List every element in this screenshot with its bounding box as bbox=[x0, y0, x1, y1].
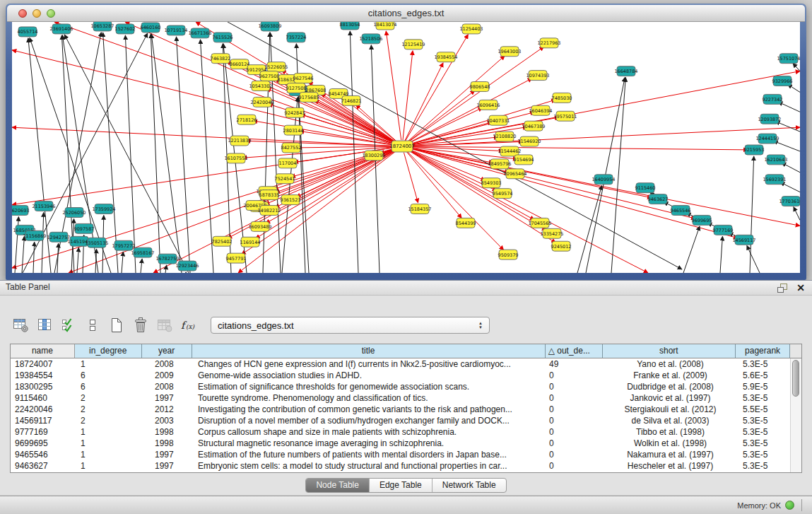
graph-node[interactable]: 17045565 bbox=[528, 218, 551, 228]
graph-node[interactable]: 9549574 bbox=[493, 189, 513, 199]
table-row[interactable]: 1456911722003Disruption of a novel membe… bbox=[11, 415, 801, 426]
graph-node[interactable]: 6460160 bbox=[141, 23, 161, 33]
graph-node[interactable]: 19384554 bbox=[434, 52, 457, 62]
vertical-scrollbar[interactable] bbox=[790, 358, 801, 472]
graph-node[interactable]: 9227342 bbox=[763, 94, 783, 104]
graph-node[interactable]: 12217963 bbox=[537, 38, 560, 48]
column-header-in-degree[interactable]: in_degree bbox=[75, 344, 142, 358]
graph-node[interactable]: 8549303 bbox=[481, 178, 502, 188]
delete-button[interactable] bbox=[131, 317, 149, 334]
graph-node[interactable]: 10965464 bbox=[503, 169, 526, 179]
zoom-window-button[interactable] bbox=[47, 9, 55, 18]
graph-node[interactable]: 14982212 bbox=[257, 206, 281, 216]
graph-node[interactable]: 9806548 bbox=[470, 82, 490, 92]
tab-network-table[interactable]: Network Table bbox=[433, 479, 506, 492]
graph-node[interactable]: 17703610 bbox=[779, 197, 800, 206]
minimize-window-button[interactable] bbox=[33, 9, 41, 18]
graph-node[interactable]: 9509379 bbox=[498, 250, 519, 259]
graph-node[interactable]: 10543302 bbox=[249, 81, 272, 91]
graph-node[interactable]: 1527602 bbox=[115, 24, 136, 34]
graph-node[interactable]: 5878335 bbox=[259, 190, 280, 200]
graph-node[interactable]: 7146821 bbox=[341, 95, 362, 105]
graph-node[interactable]: 10974393 bbox=[526, 71, 549, 81]
graph-node[interactable]: 13354275 bbox=[540, 228, 563, 238]
network-graph[interactable]: 4055714236914061065328715276026460160107… bbox=[12, 22, 800, 273]
graph-node[interactable]: 9465546 bbox=[671, 206, 691, 216]
graph-node[interactable]: 23691406 bbox=[49, 24, 73, 34]
tab-edge-table[interactable]: Edge Table bbox=[370, 479, 433, 492]
graph-node[interactable]: 17957272 bbox=[112, 240, 135, 250]
graph-node[interactable]: 9777169 bbox=[713, 225, 734, 235]
graph-node[interactable]: 12444159 bbox=[755, 134, 779, 144]
graph-node[interactable]: 8427552 bbox=[281, 143, 302, 153]
graph-node[interactable]: 18413074 bbox=[373, 22, 396, 30]
close-window-button[interactable] bbox=[18, 9, 27, 18]
memory-status-indicator[interactable] bbox=[785, 501, 794, 510]
graph-node[interactable]: 9245012 bbox=[551, 241, 572, 251]
table-row[interactable]: 911546021997Tourette syndrome. Phenomeno… bbox=[11, 392, 801, 404]
graph-node[interactable]: 16046394 bbox=[529, 105, 552, 115]
select-rows-button[interactable] bbox=[59, 317, 77, 334]
graph-node[interactable]: 25206050 bbox=[62, 208, 86, 218]
graph-node[interactable]: 10467389 bbox=[522, 121, 545, 131]
graph-node[interactable]: 9097587 bbox=[74, 223, 95, 233]
graph-node[interactable]: 15226055 bbox=[264, 62, 288, 72]
graph-node[interactable]: 7357224 bbox=[286, 33, 307, 42]
table-row[interactable]: 946362711997Embryonic stem cells: a mode… bbox=[11, 460, 801, 472]
column-header-title[interactable]: title bbox=[192, 344, 546, 358]
graph-node[interactable]: 10719134 bbox=[164, 25, 187, 35]
graph-node[interactable]: 2620693 bbox=[12, 206, 29, 216]
graph-node[interactable]: 19575011 bbox=[553, 111, 577, 121]
graph-node[interactable]: 7485030 bbox=[552, 93, 572, 103]
graph-node[interactable]: 16093489 bbox=[248, 221, 271, 231]
graph-node[interactable]: 12108820 bbox=[493, 132, 516, 141]
table-row[interactable]: 2242004622012Investigating the contribut… bbox=[11, 404, 801, 415]
window-titlebar[interactable]: citations_edges.txt bbox=[7, 5, 805, 22]
import-table-button-disabled[interactable] bbox=[155, 317, 173, 334]
table-row[interactable]: 946554611997Estimation of the future num… bbox=[11, 449, 801, 460]
table-row[interactable]: 1830029562008Estimation of significance … bbox=[11, 381, 801, 392]
graph-node[interactable]: 10407331 bbox=[486, 115, 510, 125]
graph-node[interactable]: 11156869 bbox=[23, 230, 46, 240]
graph-node[interactable]: 16648784 bbox=[614, 66, 637, 76]
function-builder-button[interactable]: f (x) bbox=[180, 317, 197, 334]
row-height-button[interactable] bbox=[83, 317, 101, 334]
column-header-short[interactable]: short bbox=[603, 344, 736, 358]
graph-node[interactable]: 18495796 bbox=[488, 159, 511, 169]
graph-node[interactable]: 9699695 bbox=[692, 215, 712, 225]
graph-node[interactable]: 16409954 bbox=[592, 175, 615, 185]
graph-node[interactable]: 9329966 bbox=[772, 76, 793, 86]
graph-node[interactable]: 9361523 bbox=[281, 195, 301, 205]
column-header-name[interactable]: name bbox=[11, 344, 75, 358]
graph-node[interactable]: 9115460 bbox=[635, 183, 656, 193]
graph-node[interactable]: 16210643 bbox=[764, 155, 787, 165]
graph-node[interactable]: 18300295 bbox=[362, 151, 385, 160]
graph-node[interactable]: 9463627 bbox=[648, 194, 669, 204]
show-columns-button[interactable] bbox=[35, 317, 53, 334]
table-options-button[interactable] bbox=[11, 317, 29, 334]
graph-node[interactable]: 9457791 bbox=[226, 253, 247, 263]
close-panel-icon[interactable]: ✕ bbox=[796, 282, 805, 293]
graph-node[interactable]: 7524541 bbox=[275, 174, 295, 184]
column-header-pagerank[interactable]: pagerank bbox=[736, 344, 790, 358]
graph-node[interactable]: 8544399 bbox=[456, 218, 476, 228]
graph-node[interactable]: 13505135 bbox=[85, 238, 108, 247]
graph-node[interactable]: 16958167 bbox=[131, 247, 154, 257]
column-header-year[interactable]: year bbox=[142, 344, 192, 358]
graph-node[interactable]: 7615526 bbox=[213, 33, 233, 42]
graph-node[interactable]: 12213839 bbox=[228, 136, 251, 146]
graph-node[interactable]: 12923446 bbox=[175, 261, 199, 271]
graph-node[interactable]: 9242843 bbox=[285, 107, 305, 117]
graph-node[interactable]: 15751074 bbox=[777, 54, 800, 64]
graph-node[interactable]: 15692391 bbox=[763, 175, 786, 185]
column-header-out-degree[interactable]: △ out_de... bbox=[546, 344, 603, 358]
graph-node[interactable]: 17359924 bbox=[92, 204, 115, 214]
network-canvas[interactable]: 4055714236914061065328715276026460160107… bbox=[12, 22, 800, 273]
table-selector-dropdown[interactable]: citations_edges.txt ▲▼ bbox=[211, 317, 490, 334]
graph-node[interactable]: 2718126 bbox=[237, 115, 257, 124]
graph-node[interactable]: 2803144 bbox=[283, 125, 304, 135]
graph-node[interactable]: 15218506 bbox=[359, 34, 382, 44]
graph-node[interactable]: 9215953 bbox=[744, 145, 765, 155]
graph-node[interactable]: 15184357 bbox=[408, 204, 431, 214]
graph-node[interactable]: 16096416 bbox=[476, 100, 500, 110]
